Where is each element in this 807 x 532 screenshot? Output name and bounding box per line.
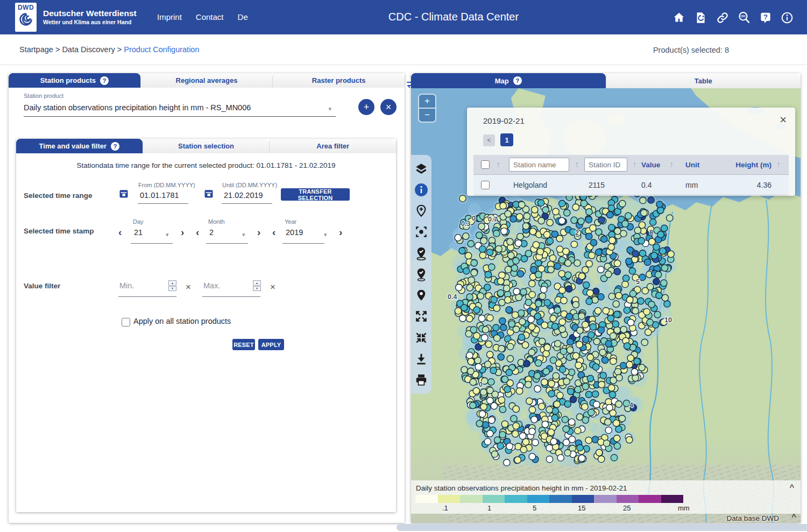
station-dot[interactable] [629, 268, 635, 274]
station-dot[interactable] [487, 315, 493, 321]
station-dot[interactable] [622, 221, 628, 227]
station-dot[interactable] [466, 294, 473, 300]
station-dot[interactable] [517, 271, 523, 277]
tab-area-filter[interactable]: Area filter [269, 139, 396, 153]
station-dot[interactable] [558, 271, 565, 277]
station-dot[interactable] [647, 319, 653, 325]
station-dot[interactable] [619, 415, 625, 422]
remove-product-button[interactable]: × [380, 99, 397, 115]
station-dot[interactable] [614, 228, 621, 234]
close-icon[interactable]: × [780, 113, 787, 127]
station-dot[interactable] [571, 217, 577, 223]
station-dot[interactable] [488, 379, 494, 385]
station-dot[interactable] [534, 386, 541, 392]
station-dot[interactable] [470, 402, 476, 408]
station-dot[interactable] [552, 408, 558, 414]
station-dot[interactable] [564, 401, 571, 407]
station-dot[interactable] [605, 427, 612, 434]
station-dot[interactable] [479, 246, 486, 252]
transfer-selection-button[interactable]: TRANSFER SELECTION [281, 188, 350, 201]
station-dot[interactable] [562, 416, 568, 423]
station-dot[interactable] [541, 322, 548, 328]
station-dot[interactable] [598, 381, 605, 388]
station-dot[interactable] [494, 335, 500, 341]
station-dot[interactable] [563, 248, 569, 254]
station-dot[interactable] [564, 209, 570, 216]
station-dot[interactable] [546, 406, 553, 413]
station-dot[interactable] [577, 444, 583, 451]
station-dot[interactable] [553, 208, 559, 215]
station-dot[interactable] [500, 324, 507, 331]
download-icon[interactable] [414, 352, 428, 366]
station-dot[interactable] [528, 349, 535, 356]
station-dot[interactable] [607, 315, 614, 322]
station-dot[interactable] [541, 379, 548, 385]
day-prev-icon[interactable]: ‹ [118, 227, 122, 237]
station-dot[interactable] [492, 391, 498, 398]
calendar-from-icon[interactable] [118, 188, 129, 199]
select-all-checkbox[interactable] [481, 160, 490, 169]
station-dot[interactable] [557, 455, 564, 461]
station-dot[interactable] [559, 318, 565, 325]
tab-station-products[interactable]: Station products? [9, 73, 140, 88]
sort-up-icon[interactable]: ↑ [771, 160, 785, 169]
station-dot[interactable] [626, 436, 632, 443]
station-dot[interactable] [610, 377, 617, 384]
station-dot[interactable] [518, 334, 525, 341]
station-dot[interactable] [499, 272, 505, 278]
station-dot[interactable] [668, 251, 674, 257]
station-dot[interactable] [463, 268, 470, 274]
station-dot[interactable] [539, 403, 545, 409]
station-dot[interactable] [493, 324, 499, 331]
station-dot[interactable] [608, 293, 615, 300]
station-dot[interactable] [515, 240, 521, 246]
station-dot[interactable] [557, 392, 563, 399]
station-dot[interactable] [542, 421, 548, 428]
station-dot[interactable] [651, 252, 657, 259]
station-dot[interactable] [513, 288, 520, 295]
station-dot[interactable] [558, 217, 565, 224]
station-dot[interactable] [480, 237, 487, 244]
zoom-out-button[interactable]: − [418, 108, 436, 123]
station-dot[interactable] [645, 329, 652, 335]
col-unit[interactable]: Unit [685, 161, 724, 169]
station-dot[interactable] [519, 202, 525, 208]
station-dot[interactable] [513, 406, 519, 412]
station-dot[interactable] [619, 200, 626, 207]
from-date-value[interactable]: 01.01.1781 [140, 191, 179, 200]
station-dot[interactable] [501, 421, 508, 427]
station-dot[interactable] [661, 280, 667, 286]
station-dot[interactable] [508, 252, 514, 259]
center-focus-icon[interactable] [414, 225, 428, 239]
station-dot[interactable] [597, 266, 604, 273]
add-product-button[interactable]: + [358, 99, 374, 115]
station-dot[interactable] [543, 231, 550, 238]
station-dot[interactable] [498, 396, 505, 403]
station-dot[interactable] [554, 401, 560, 407]
station-dot[interactable] [504, 459, 510, 466]
station-dot[interactable] [565, 260, 571, 266]
station-dot[interactable] [529, 428, 535, 435]
station-dot[interactable] [629, 290, 636, 297]
station-dot[interactable] [632, 374, 639, 381]
station-dot[interactable] [477, 293, 484, 299]
station-dot[interactable] [627, 354, 634, 361]
station-dot[interactable] [529, 407, 535, 413]
station-dot[interactable] [529, 228, 536, 235]
station-dot[interactable] [551, 323, 558, 330]
station-dot[interactable] [587, 290, 593, 296]
station-dot[interactable] [575, 386, 581, 393]
station-dot[interactable] [478, 223, 485, 230]
station-dot[interactable] [660, 247, 666, 254]
help-icon[interactable]: ? [759, 11, 773, 25]
station-dot[interactable] [575, 362, 582, 368]
station-dot[interactable] [508, 321, 515, 327]
station-dot[interactable] [571, 241, 577, 247]
station-dot[interactable] [598, 327, 604, 333]
station-dot[interactable] [544, 299, 550, 306]
station-dot[interactable] [523, 213, 530, 219]
station-dot[interactable] [565, 286, 572, 292]
station-dot[interactable] [547, 219, 553, 226]
station-dot[interactable] [626, 296, 633, 303]
station-dot[interactable] [560, 348, 567, 354]
